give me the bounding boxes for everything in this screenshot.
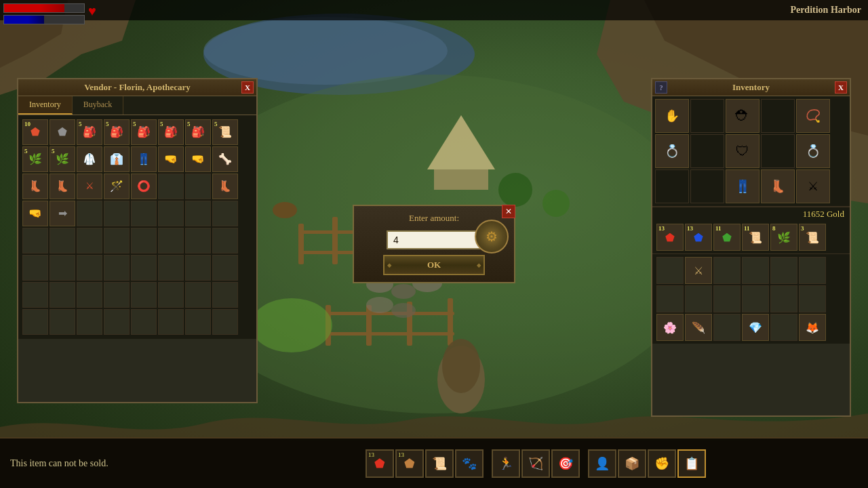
qbar-2[interactable]: 11⬟ bbox=[713, 224, 741, 251]
vendor-slot-1-2[interactable]: 🥼 bbox=[77, 146, 102, 172]
vendor-slot-0-1[interactable]: ⬟ bbox=[50, 119, 75, 145]
equip-legs[interactable]: 👖 bbox=[726, 169, 760, 203]
inventory-help-button[interactable]: ? bbox=[655, 81, 667, 94]
equip-body[interactable]: 🛡 bbox=[726, 134, 760, 168]
vendor-slot-4-7[interactable] bbox=[212, 228, 238, 253]
qbar-4[interactable]: 8🌿 bbox=[770, 224, 797, 251]
vendor-slot-7-3[interactable] bbox=[104, 309, 130, 335]
vendor-slot-1-7[interactable]: 🦴 bbox=[212, 146, 238, 172]
vendor-slot-5-0[interactable] bbox=[22, 255, 48, 281]
equip-slot-03[interactable] bbox=[761, 99, 795, 133]
equip-boots[interactable]: 👢 bbox=[761, 169, 795, 203]
vendor-slot-0-2[interactable]: 5🎒 bbox=[77, 119, 102, 145]
vendor-slot-2-4[interactable]: ⭕ bbox=[131, 174, 157, 199]
quickbar-slot-0[interactable]: 13⬟ bbox=[366, 449, 394, 478]
qbar-3[interactable]: 11📜 bbox=[742, 224, 769, 251]
vendor-slot-6-3[interactable] bbox=[104, 282, 130, 308]
vendor-slot-7-1[interactable] bbox=[50, 309, 75, 335]
equip-slot-13[interactable] bbox=[761, 134, 795, 168]
vendor-slot-6-1[interactable] bbox=[50, 282, 75, 308]
vendor-slot-6-7[interactable] bbox=[212, 282, 238, 308]
vendor-slot-3-5[interactable] bbox=[158, 201, 184, 226]
vendor-slot-6-0[interactable] bbox=[22, 282, 48, 308]
vendor-slot-3-7[interactable] bbox=[212, 201, 238, 226]
vendor-slot-5-7[interactable] bbox=[212, 255, 238, 281]
bag-slot-0[interactable] bbox=[656, 257, 684, 284]
vendor-slot-4-4[interactable] bbox=[131, 228, 157, 253]
vendor-slot-7-5[interactable] bbox=[158, 309, 184, 335]
qbar-0[interactable]: 13⬟ bbox=[656, 224, 684, 251]
bag-slot-2[interactable] bbox=[713, 257, 741, 284]
vendor-slot-0-5[interactable]: 5🎒 bbox=[158, 119, 184, 145]
quickbar-slot-9[interactable]: ✊ bbox=[648, 449, 676, 478]
bag-slot-11[interactable] bbox=[799, 285, 826, 312]
vendor-close-button[interactable]: X bbox=[241, 81, 254, 94]
vendor-slot-2-2[interactable]: ⚔ bbox=[77, 174, 102, 199]
quickbar-slot-8[interactable]: 📦 bbox=[618, 449, 646, 478]
bag-slot-8[interactable] bbox=[713, 285, 741, 312]
vendor-slot-4-2[interactable] bbox=[77, 228, 102, 253]
bag-slot-6[interactable] bbox=[656, 285, 684, 312]
bag-slot-9[interactable] bbox=[742, 285, 769, 312]
equip-neck[interactable]: 📿 bbox=[796, 99, 830, 133]
equip-ring-left[interactable]: 💍 bbox=[655, 134, 689, 168]
bag-slot-3[interactable] bbox=[742, 257, 769, 284]
bag-slot-1[interactable]: ⚔ bbox=[685, 257, 712, 284]
vendor-slot-7-4[interactable] bbox=[131, 309, 157, 335]
equip-slot-20[interactable] bbox=[655, 169, 689, 203]
quickbar-slot-1[interactable]: 13⬟ bbox=[395, 449, 424, 478]
vendor-slot-2-1[interactable]: 👢 bbox=[50, 174, 75, 199]
vendor-slot-1-4[interactable]: 👖 bbox=[131, 146, 157, 172]
vendor-slot-0-0[interactable]: 10⬟ bbox=[22, 119, 48, 145]
vendor-slot-5-5[interactable] bbox=[158, 255, 184, 281]
vendor-slot-2-3[interactable]: 🪄 bbox=[104, 174, 130, 199]
vendor-slot-2-7[interactable]: 👢 bbox=[212, 174, 238, 199]
ok-button[interactable]: OK bbox=[383, 255, 485, 275]
equip-ring-right[interactable]: 💍 bbox=[796, 134, 830, 168]
equip-weapon-right[interactable]: ⚔ bbox=[796, 169, 830, 203]
quickbar-slot-4[interactable]: 🏃 bbox=[492, 449, 520, 478]
vendor-slot-5-6[interactable] bbox=[185, 255, 211, 281]
qbar-1[interactable]: 13⬟ bbox=[685, 224, 712, 251]
vendor-slot-3-2[interactable] bbox=[77, 201, 102, 226]
vendor-slot-3-6[interactable] bbox=[185, 201, 211, 226]
vendor-slot-6-5[interactable] bbox=[158, 282, 184, 308]
bag-slot-14[interactable] bbox=[713, 314, 741, 341]
vendor-slot-0-6[interactable]: 5🎒 bbox=[185, 119, 211, 145]
bag-slot-4[interactable] bbox=[770, 257, 797, 284]
vendor-slot-3-0[interactable]: 🤜 bbox=[22, 201, 48, 226]
vendor-slot-5-1[interactable] bbox=[50, 255, 75, 281]
inventory-close-button[interactable]: X bbox=[835, 81, 847, 94]
vendor-slot-5-2[interactable] bbox=[77, 255, 102, 281]
bag-slot-13[interactable]: 🪶 bbox=[685, 314, 712, 341]
vendor-slot-2-6[interactable] bbox=[185, 174, 211, 199]
vendor-slot-3-3[interactable] bbox=[104, 201, 130, 226]
vendor-slot-4-0[interactable] bbox=[22, 228, 48, 253]
vendor-slot-1-1[interactable]: 5🌿 bbox=[50, 146, 75, 172]
vendor-slot-1-0[interactable]: 5🌿 bbox=[22, 146, 48, 172]
vendor-slot-0-4[interactable]: 5🎒 bbox=[131, 119, 157, 145]
vendor-slot-2-0[interactable]: 👢 bbox=[22, 174, 48, 199]
vendor-slot-1-6[interactable]: 🤜 bbox=[185, 146, 211, 172]
vendor-slot-2-5[interactable] bbox=[158, 174, 184, 199]
vendor-slot-7-2[interactable] bbox=[77, 309, 102, 335]
vendor-slot-3-4[interactable] bbox=[131, 201, 157, 226]
vendor-slot-4-1[interactable] bbox=[50, 228, 75, 253]
quickbar-slot-10[interactable]: 📋 bbox=[677, 449, 706, 478]
bag-slot-15[interactable]: 💎 bbox=[742, 314, 769, 341]
bag-slot-7[interactable] bbox=[685, 285, 712, 312]
vendor-slot-0-3[interactable]: 5🎒 bbox=[104, 119, 130, 145]
quickbar-slot-2[interactable]: 📜 bbox=[425, 449, 454, 478]
equip-helmet[interactable]: ⛑ bbox=[726, 99, 760, 133]
bag-slot-10[interactable] bbox=[770, 285, 797, 312]
tab-inventory[interactable]: Inventory bbox=[18, 96, 73, 115]
vendor-slot-3-1[interactable]: ➡ bbox=[50, 201, 75, 226]
vendor-slot-1-3[interactable]: 👔 bbox=[104, 146, 130, 172]
vendor-slot-0-7[interactable]: 5📜 bbox=[212, 119, 238, 145]
quickbar-slot-5[interactable]: 🏹 bbox=[521, 449, 550, 478]
equip-slot-11[interactable] bbox=[690, 134, 724, 168]
vendor-slot-7-0[interactable] bbox=[22, 309, 48, 335]
vendor-slot-6-6[interactable] bbox=[185, 282, 211, 308]
dialog-close-button[interactable]: ✕ bbox=[502, 205, 515, 218]
bag-slot-16[interactable] bbox=[770, 314, 797, 341]
